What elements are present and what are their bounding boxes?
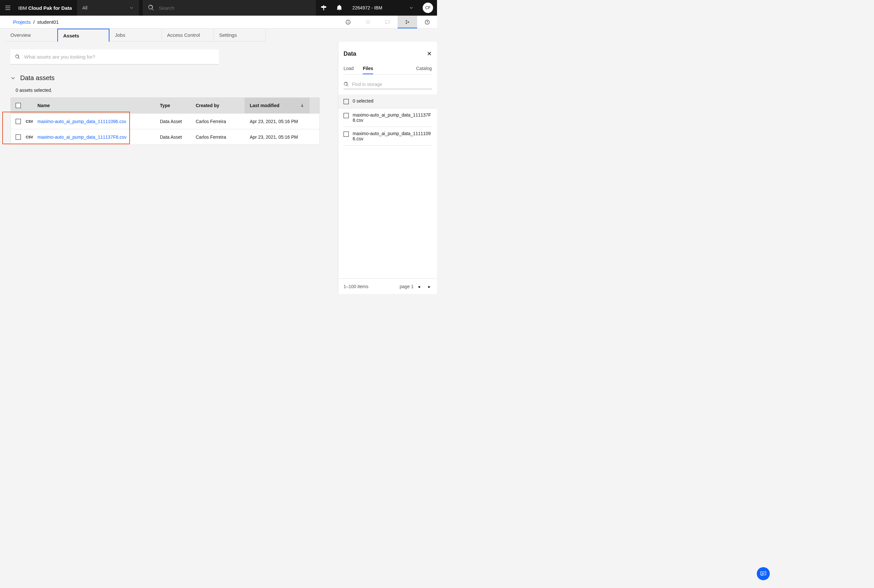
chevron-down-icon (129, 6, 134, 10)
asset-last-modified: Apr 23, 2021, 05:16 PM (244, 135, 310, 140)
assets-content: Data assets 0 assets selected. Name Type… (0, 42, 338, 294)
chevron-down-icon (10, 75, 16, 81)
arrow-down-icon (300, 103, 304, 108)
data-side-panel: Data ✕ Load Files Catalog 0 selected max… (338, 42, 437, 294)
global-search-input[interactable] (159, 5, 311, 11)
panel-tab-load[interactable]: Load (343, 63, 354, 74)
brand-bold: Cloud Pak for Data (28, 5, 72, 11)
table-row: CSV maximo-auto_ai_pump_data_11111096.cs… (11, 113, 319, 129)
pagination-range: 1–100 items (343, 284, 368, 289)
asset-created-by: Carlos Ferreira (196, 135, 244, 140)
brand-light: IBM (18, 5, 27, 11)
select-all-checkbox[interactable] (16, 103, 21, 108)
prev-page-button[interactable]: ◂ (414, 281, 424, 292)
panel-title: Data (343, 51, 356, 57)
header-icons (316, 0, 347, 16)
notifications-button[interactable] (331, 0, 347, 16)
panel-data-button[interactable] (397, 16, 417, 28)
chat-icon (385, 20, 390, 25)
scope-dropdown-label: All (82, 5, 88, 10)
file-checkbox[interactable] (343, 113, 349, 118)
product-brand: IBM Cloud Pak for Data (16, 0, 77, 16)
search-icon (343, 82, 349, 87)
tab-access-control[interactable]: Access Control (162, 28, 214, 42)
history-icon (365, 20, 370, 25)
file-name: maximo-auto_ai_pump_data_111137F8.csv (353, 112, 432, 123)
storage-search-input[interactable] (352, 82, 432, 87)
selected-files-text: 0 selected (353, 98, 373, 104)
tab-assets[interactable]: Assets (57, 28, 109, 42)
tab-settings[interactable]: Settings (214, 28, 266, 42)
column-header-type[interactable]: Type (160, 103, 196, 108)
panel-info-button[interactable] (338, 16, 358, 28)
pagination-page: page 1 (400, 284, 414, 289)
table-row: CSV maximo-auto_ai_pump_data_111137F8.cs… (11, 129, 319, 144)
signpost-icon (321, 4, 327, 11)
panel-help-button[interactable] (417, 16, 437, 28)
project-tabs: Overview Assets Jobs Access Control Sett… (0, 28, 437, 42)
assets-search-input[interactable] (24, 54, 214, 60)
search-icon (148, 4, 154, 11)
account-switcher[interactable]: 2264972 - IBM (347, 0, 419, 16)
row-checkbox[interactable] (16, 135, 21, 140)
bell-icon (336, 4, 343, 11)
file-type-badge: CSV (26, 120, 37, 123)
assets-table-header: Name Type Created by Last modified (11, 98, 319, 113)
account-label: 2264972 - IBM (352, 5, 382, 10)
close-panel-button[interactable]: ✕ (427, 50, 432, 57)
breadcrumb-projects-link[interactable]: Projects (13, 19, 31, 25)
panel-sub-tabs: Load Files Catalog (343, 63, 432, 75)
assets-table: Name Type Created by Last modified CSV m… (10, 98, 320, 145)
asset-type: Data Asset (160, 119, 196, 124)
data-icon (405, 19, 410, 24)
help-icon (424, 20, 430, 25)
assets-search-bar[interactable] (10, 50, 219, 64)
storage-search[interactable] (343, 80, 432, 89)
info-icon (345, 20, 351, 25)
breadcrumb: Projects / student01 (13, 16, 58, 28)
resource-hub-button[interactable] (316, 0, 331, 16)
breadcrumb-separator: / (33, 19, 34, 25)
asset-last-modified: Apr 23, 2021, 05:16 PM (244, 119, 310, 124)
panel-history-button[interactable] (358, 16, 378, 28)
column-header-created-by[interactable]: Created by (196, 103, 244, 108)
row-checkbox[interactable] (16, 119, 21, 124)
column-header-last-modified[interactable]: Last modified (244, 98, 310, 113)
search-icon (15, 54, 20, 60)
selected-count-row: 0 selected (338, 94, 437, 108)
panel-tab-catalog[interactable]: Catalog (416, 63, 432, 74)
data-assets-section-toggle[interactable]: Data assets (10, 74, 338, 82)
pagination: 1–100 items page 1 ◂ ▸ (338, 278, 437, 294)
asset-name-link[interactable]: maximo-auto_ai_pump_data_111137F8.csv (37, 135, 160, 140)
hamburger-menu-button[interactable] (0, 0, 16, 16)
tab-jobs[interactable]: Jobs (109, 28, 162, 42)
user-avatar[interactable]: CF (423, 3, 433, 13)
storage-file-row[interactable]: maximo-auto_ai_pump_data_111137F8.csv (343, 108, 432, 127)
file-type-badge: CSV (26, 135, 37, 139)
next-page-button[interactable]: ▸ (424, 281, 435, 292)
scope-dropdown[interactable]: All (77, 0, 139, 16)
file-checkbox[interactable] (343, 132, 349, 137)
column-header-name[interactable]: Name (37, 103, 160, 108)
asset-type: Data Asset (160, 135, 196, 140)
chevron-down-icon (409, 6, 414, 10)
data-assets-title: Data assets (20, 74, 55, 82)
panel-header: Data ✕ (338, 42, 437, 61)
assets-selected-count: 0 assets selected. (16, 88, 338, 93)
asset-name-link[interactable]: maximo-auto_ai_pump_data_11111096.csv (37, 119, 160, 124)
panel-tab-files[interactable]: Files (363, 63, 373, 74)
asset-created-by: Carlos Ferreira (196, 119, 244, 124)
breadcrumb-project-name: student01 (37, 19, 58, 25)
storage-file-row[interactable]: maximo-auto_ai_pump_data_11111096.csv (343, 127, 432, 146)
select-all-files-checkbox[interactable] (343, 99, 349, 104)
file-name: maximo-auto_ai_pump_data_11111096.csv (353, 131, 432, 141)
global-search[interactable] (142, 0, 316, 16)
main-area: Data assets 0 assets selected. Name Type… (0, 42, 437, 294)
global-header: IBM Cloud Pak for Data All 2264972 - IBM… (0, 0, 437, 16)
hamburger-icon (4, 4, 11, 11)
panel-comments-button[interactable] (378, 16, 397, 28)
tab-overview[interactable]: Overview (5, 28, 57, 42)
right-panel-tabs (338, 16, 437, 28)
